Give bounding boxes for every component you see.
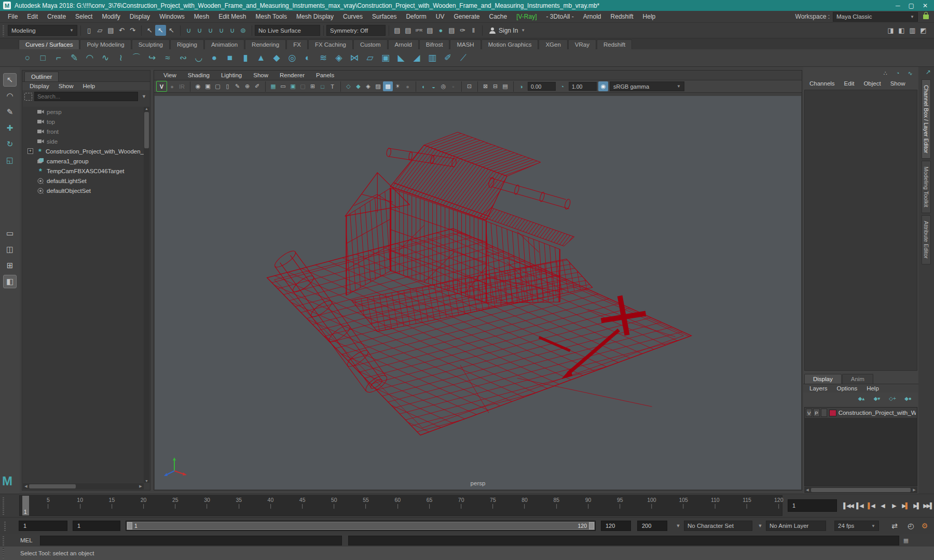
outliner-item-construction-project-with-wooden[interactable]: +*Construction_Project_with_Wooden_	[23, 146, 144, 156]
command-language-toggle[interactable]: MEL	[20, 537, 33, 543]
snap-to-curve-icon[interactable]: ∪	[194, 25, 205, 36]
sculpt-surface-icon[interactable]: ✐	[440, 50, 456, 66]
symmetry-field[interactable]: Symmetry: Off	[326, 25, 386, 36]
menu-modify[interactable]: Modify	[97, 13, 125, 20]
menu-surfaces[interactable]: Surfaces	[367, 13, 401, 20]
playback-speed-icon[interactable]: ◴	[905, 521, 916, 531]
range-slider[interactable]: 1 120	[126, 521, 596, 531]
minimize-button[interactable]: ─	[896, 2, 900, 9]
layer-color-swatch[interactable]	[829, 410, 836, 416]
layer-menu-options[interactable]: Options	[833, 385, 862, 391]
outliner-item-tempcamfbxasc046target[interactable]: *TempCamFBXASC046Target	[23, 166, 144, 176]
grease-pencil-icon[interactable]: ✐	[252, 81, 262, 91]
toggle-channel-box-icon[interactable]: ▥	[907, 25, 918, 36]
extrude-icon[interactable]: ▣	[378, 50, 393, 66]
new-scene-icon[interactable]: ▯	[84, 25, 94, 36]
stitch-icon[interactable]: ▥	[424, 50, 440, 66]
animation-start-field[interactable]: 1	[19, 521, 67, 531]
snap-to-point-icon[interactable]: ∪	[205, 25, 216, 36]
outliner-filter-icon[interactable]	[24, 93, 32, 101]
shelf-tab-xgen[interactable]: XGen	[539, 39, 567, 49]
shelf-tab-motion-graphics[interactable]: Motion Graphics	[482, 39, 539, 49]
isolate-select-icon[interactable]: ⊡	[464, 81, 474, 91]
layer-editor-tab-display[interactable]: Display	[804, 374, 842, 384]
animation-preferences-icon[interactable]: ⚙	[918, 521, 931, 531]
select-camera-icon[interactable]: ◉	[193, 81, 203, 91]
viewport-menu-panels[interactable]: Panels	[311, 72, 339, 79]
outliner-item-persp[interactable]: persp	[23, 107, 144, 117]
paint-select-tool[interactable]: ✎	[3, 105, 17, 119]
nurbs-torus-icon[interactable]: ◎	[284, 50, 300, 66]
side-tab-modeling-toolkit[interactable]: Modeling Toolkit	[922, 161, 931, 213]
menu-edit[interactable]: Edit	[22, 13, 43, 20]
outliner-vertical-scrollbar[interactable]: ▲ ▼	[144, 107, 149, 483]
shelf-tab-sculpting[interactable]: Sculpting	[132, 39, 170, 49]
outliner-menu-help[interactable]: Help	[79, 83, 100, 89]
outliner-search-input[interactable]	[34, 92, 138, 101]
menu-mesh-display[interactable]: Mesh Display	[292, 13, 338, 20]
menu-display[interactable]: Display	[125, 13, 155, 20]
lock-camera-icon[interactable]: ▣	[203, 81, 213, 91]
layout-four-pane-button[interactable]: ⊞	[3, 259, 17, 272]
boundary-icon[interactable]: ▱	[362, 50, 378, 66]
pause-viewport-icon[interactable]: ‖	[468, 25, 479, 36]
bevel-plus-icon[interactable]: ◢	[409, 50, 424, 66]
film-gate-icon[interactable]: ▭	[278, 81, 288, 91]
animation-end-field[interactable]: 200	[637, 521, 667, 531]
field-chart-icon[interactable]: ⊞	[308, 81, 318, 91]
menu-redshift[interactable]: Redshift	[606, 13, 638, 20]
pin-panel-icon[interactable]: ⊟	[490, 81, 500, 91]
anim-layer-select[interactable]: No Anim Layer	[766, 521, 826, 531]
drag-handle[interactable]	[2, 548, 6, 559]
motion-blur-icon[interactable]: ◒	[429, 81, 438, 91]
depth-of-field-icon[interactable]: ◎	[438, 81, 448, 91]
use-all-lights-icon[interactable]: ☀	[393, 81, 403, 91]
smooth-shade-icon[interactable]: ◆	[353, 81, 363, 91]
color-management-toggle-icon[interactable]: ◉	[598, 81, 608, 91]
rebuild-curve-icon[interactable]: ∾	[175, 50, 191, 66]
paint-effects-icon[interactable]: ✑	[457, 25, 468, 36]
layer-display-type-toggle[interactable]	[821, 409, 827, 417]
select-tool[interactable]: ↖	[3, 73, 17, 87]
two-d-pan-zoom-icon[interactable]: ⊕	[242, 81, 252, 91]
nurbs-plane-icon[interactable]: ◆	[269, 50, 284, 66]
viewport-menu-lighting[interactable]: Lighting	[216, 72, 247, 79]
layer-editor-tab-anim[interactable]: Anim	[842, 374, 873, 384]
shadows-icon[interactable]: ●	[403, 81, 413, 91]
step-back-frame-button[interactable]: ▌◀	[855, 499, 866, 512]
render-region-icon[interactable]: ●	[167, 81, 177, 91]
open-render-view-icon[interactable]: ▤	[392, 25, 403, 36]
drag-handle[interactable]	[2, 496, 6, 514]
select-component-mode-icon[interactable]: ↖	[166, 25, 177, 36]
drag-handle[interactable]	[2, 535, 6, 545]
range-start-handle[interactable]	[127, 522, 132, 529]
shelf-tab-vray[interactable]: VRay	[568, 39, 596, 49]
command-input[interactable]	[40, 536, 342, 545]
layer-row[interactable]: V P Construction_Project_with_Wooden_	[805, 408, 917, 418]
contrast-icon[interactable]: ◔	[557, 81, 567, 91]
nurbs-sphere-icon[interactable]: ●	[207, 50, 222, 66]
play-forwards-button[interactable]: ▶	[889, 499, 900, 512]
safe-action-icon[interactable]: □	[318, 81, 327, 91]
nurbs-square-icon[interactable]: □	[35, 50, 51, 66]
menu-arnold[interactable]: Arnold	[579, 13, 606, 20]
curve-fillet-icon[interactable]: ◡	[191, 50, 207, 66]
character-set-select[interactable]: No Character Set	[684, 521, 752, 531]
shelf-tab-fx[interactable]: FX	[286, 39, 308, 49]
vray-vfb-icon[interactable]: V	[156, 81, 167, 92]
anti-alias-icon[interactable]: ▫	[448, 81, 458, 91]
channel-box-menu-edit[interactable]: Edit	[840, 80, 859, 87]
channel-box-menu-channels[interactable]: Channels	[805, 80, 839, 87]
maximize-button[interactable]: ▢	[909, 2, 914, 9]
nurbs-cone-icon[interactable]: ▲	[253, 50, 269, 66]
shelf-tab-mash[interactable]: MASH	[450, 39, 480, 49]
gamma-field[interactable]: 1.00	[569, 82, 597, 91]
shelf-tab-redshift[interactable]: Redshift	[597, 39, 632, 49]
step-forward-frame-button[interactable]: ▶▌	[912, 499, 923, 512]
insert-knot-icon[interactable]: ⌒	[129, 50, 144, 66]
shelf-tab-rendering[interactable]: Rendering	[245, 39, 286, 49]
pencil-curve-tool-icon[interactable]: ✎	[66, 50, 82, 66]
menu-generate[interactable]: Generate	[449, 13, 484, 20]
workspace-select[interactable]: Maya Classic ▼	[833, 12, 918, 22]
exposure-field[interactable]: 0.00	[528, 82, 556, 91]
